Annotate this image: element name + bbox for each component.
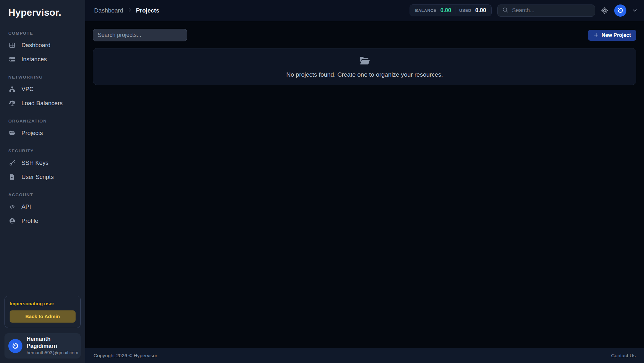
network-icon [8,85,16,93]
key-icon [8,159,16,167]
sidebar-user-card[interactable]: Hemanth Pagidimarri hemanth593@gmail.com [4,333,81,359]
sidebar-item-projects[interactable]: Projects [8,126,77,140]
sidebar-item-label: Load Balancers [21,100,63,107]
used-label: USED [459,8,471,13]
user-info: Hemanth Pagidimarri hemanth593@gmail.com [27,336,78,356]
sidebar-item-profile[interactable]: Profile [8,214,77,228]
folder-open-icon [359,55,371,68]
sidebar-item-label: SSH Keys [21,159,48,166]
user-name: Hemanth Pagidimarri [27,336,78,350]
folder-open-icon [8,129,16,137]
sidebar-item-label: Dashboard [21,42,51,49]
impersonation-banner: Impersonating user Back to Admin [4,296,81,328]
sidebar-section-organization: Organization [8,119,77,123]
user-menu-avatar[interactable] [614,4,626,17]
sidebar-section-account: Account [8,192,77,197]
sidebar-item-label: Instances [21,56,47,63]
plus-icon [593,32,599,38]
project-search-input[interactable] [93,29,187,41]
sidebar: Hypervisor. Compute Dashboard Instances … [0,0,85,363]
sidebar-item-label: Projects [21,130,43,137]
projects-empty-state: No projects found. Create one to organiz… [93,48,636,85]
server-icon [8,55,16,63]
back-to-admin-button[interactable]: Back to Admin [10,310,76,323]
balance-value: 0.00 [440,7,451,14]
balance-pill: BALANCE 0.00 USED 0.00 [410,4,492,16]
breadcrumb: Dashboard Projects [94,7,159,14]
grid-icon [8,41,16,49]
sidebar-section-security: Security [8,148,77,153]
global-search-input[interactable] [512,7,590,14]
sidebar-item-label: VPC [21,86,34,93]
scale-icon [8,99,16,107]
sidebar-item-load-balancers[interactable]: Load Balancers [8,96,77,110]
user-circle-icon [8,217,16,225]
sidebar-item-label: User Scripts [21,173,54,181]
file-code-icon [8,173,16,181]
sidebar-section-networking: Networking [8,75,77,80]
footer: Copyright 2026 © Hypervisor Contact Us [85,348,644,363]
sidebar-item-ssh-keys[interactable]: SSH Keys [8,156,77,170]
avatar [8,339,22,353]
search-icon [502,7,508,14]
sun-icon [601,7,608,14]
sidebar-item-user-scripts[interactable]: User Scripts [8,170,77,184]
content-column: Dashboard Projects BALANCE 0.00 USED 0.0… [85,0,644,363]
sidebar-nav: Compute Dashboard Instances Networking V… [0,21,85,228]
empty-state-message: No projects found. Create one to organiz… [286,71,443,78]
sidebar-item-label: Profile [21,217,38,224]
user-email: hemanth593@gmail.com [27,350,78,356]
new-project-button[interactable]: New Project [588,30,636,41]
code-icon [8,203,16,211]
sidebar-item-dashboard[interactable]: Dashboard [8,38,77,52]
main-content: New Project No projects found. Create on… [85,21,644,348]
copyright-text: Copyright 2026 © Hypervisor [94,353,157,359]
sidebar-item-instances[interactable]: Instances [8,52,77,66]
theme-toggle-button[interactable] [601,7,608,14]
topbar-right: BALANCE 0.00 USED 0.00 [410,4,638,17]
sidebar-section-compute: Compute [8,31,77,36]
chevron-right-icon [127,7,132,14]
contact-us-link[interactable]: Contact Us [611,353,636,359]
topbar: Dashboard Projects BALANCE 0.00 USED 0.0… [85,0,644,21]
app-logo: Hypervisor. [0,0,85,21]
power-icon [11,342,20,350]
balance-label: BALANCE [415,8,436,13]
pill-divider [455,7,455,14]
sidebar-item-vpc[interactable]: VPC [8,82,77,96]
sidebar-spacer [0,228,85,296]
sidebar-item-api[interactable]: API [8,200,77,214]
projects-toolbar: New Project [93,29,636,41]
breadcrumb-dashboard[interactable]: Dashboard [94,7,123,14]
used-value: 0.00 [475,7,486,14]
impersonation-label: Impersonating user [10,301,76,306]
new-project-label: New Project [601,32,631,38]
power-icon [617,7,624,14]
user-menu-chevron[interactable] [632,8,638,13]
global-search [497,4,595,17]
chevron-down-icon [632,8,638,13]
sidebar-item-label: API [21,203,31,210]
breadcrumb-projects: Projects [136,7,159,14]
